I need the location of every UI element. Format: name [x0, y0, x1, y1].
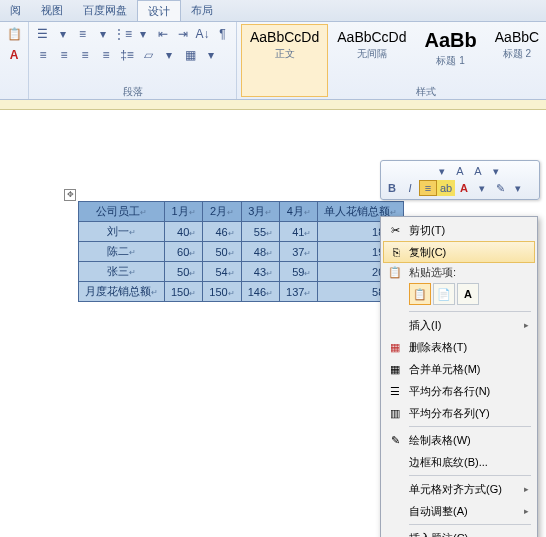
menu-cut[interactable]: ✂剪切(T) — [383, 219, 535, 241]
menu-label: 插入(I) — [409, 318, 441, 333]
mini-toolbar: ▾ A A ▾ B I ≡ ab A ▾ ✎ ▾ — [380, 160, 540, 200]
menu-label: 合并单元格(M) — [409, 362, 481, 377]
spreadsheet-table[interactable]: 公司员工↵1月↵2月↵3月↵4月↵单人花销总额↵刘一↵40↵46↵55↵41↵1… — [78, 201, 404, 302]
borders-icon[interactable]: ▦ — [180, 45, 200, 65]
menu-cell-align[interactable]: 单元格对齐方式(G)▸ — [383, 478, 535, 500]
table-cell[interactable]: 60↵ — [165, 242, 203, 262]
align-icon[interactable]: ≡ — [419, 180, 437, 196]
menu-label: 自动调整(A) — [409, 504, 468, 519]
menu-delete-table[interactable]: ▦删除表格(T) — [383, 336, 535, 358]
table-cell[interactable]: 46↵ — [203, 222, 241, 242]
chevron-right-icon: ▸ — [524, 484, 529, 494]
italic-icon[interactable]: I — [401, 180, 419, 196]
menu-draw-table[interactable]: ✎绘制表格(W) — [383, 429, 535, 451]
table-cell[interactable]: 41↵ — [280, 222, 318, 242]
table-cell[interactable]: 张三↵ — [79, 262, 165, 282]
highlight-icon[interactable]: ab — [437, 180, 455, 196]
dd[interactable]: ▾ — [487, 163, 505, 179]
line-spacing-icon[interactable]: ‡≡ — [117, 45, 137, 65]
grow-font-icon[interactable]: A — [451, 163, 469, 179]
align-center-icon[interactable]: ≡ — [54, 45, 74, 65]
font-color-icon[interactable]: A — [455, 180, 473, 196]
tab-view[interactable]: 视图 — [31, 0, 73, 21]
dd[interactable]: ▾ — [509, 180, 527, 196]
table-cell[interactable]: 150↵ — [203, 282, 241, 302]
table-cell[interactable]: 50↵ — [165, 262, 203, 282]
table-header[interactable]: 2月↵ — [203, 202, 241, 222]
paste-keep-format[interactable]: 📋 — [409, 283, 431, 305]
align-left-icon[interactable]: ≡ — [33, 45, 53, 65]
menu-autofit[interactable]: 自动调整(A)▸ — [383, 500, 535, 522]
table-header[interactable]: 公司员工↵ — [79, 202, 165, 222]
menu-separator — [409, 311, 531, 312]
dd[interactable]: ▾ — [53, 24, 72, 44]
dd[interactable]: ▾ — [201, 45, 221, 65]
table-cell[interactable]: 146↵ — [241, 282, 279, 302]
table-cell[interactable]: 40↵ — [165, 222, 203, 242]
paste-options-label: 📋粘贴选项: — [383, 263, 535, 281]
font-size-dd[interactable]: ▾ — [433, 163, 451, 179]
menu-label: 插入题注(C)... — [409, 531, 477, 538]
table-header[interactable]: 1月↵ — [165, 202, 203, 222]
menu-insert-caption[interactable]: ▭插入题注(C)... — [383, 527, 535, 537]
menu-insert[interactable]: 插入(I)▸ — [383, 314, 535, 336]
table-cell[interactable]: 59↵ — [280, 262, 318, 282]
tab-review[interactable]: 阅 — [0, 0, 31, 21]
bullets-icon[interactable]: ☰ — [33, 24, 52, 44]
table-cell[interactable]: 月度花销总额↵ — [79, 282, 165, 302]
table-header[interactable]: 4月↵ — [280, 202, 318, 222]
justify-icon[interactable]: ≡ — [96, 45, 116, 65]
tab-design[interactable]: 设计 — [137, 0, 181, 21]
font-color-icon[interactable]: A — [4, 45, 24, 65]
menu-dist-cols[interactable]: ▥平均分布各列(Y) — [383, 402, 535, 424]
table-cell[interactable]: 48↵ — [241, 242, 279, 262]
style-sample: AaBbCcDd — [337, 29, 406, 45]
table-cell[interactable]: 137↵ — [280, 282, 318, 302]
menu-dist-rows[interactable]: ☰平均分布各行(N) — [383, 380, 535, 402]
paste-text-only[interactable]: A — [457, 283, 479, 305]
table-cell[interactable]: 50↵ — [203, 242, 241, 262]
style-name: 正文 — [250, 47, 319, 61]
scissors-icon: ✂ — [387, 222, 403, 238]
dd[interactable]: ▾ — [159, 45, 179, 65]
bold-icon[interactable]: B — [383, 180, 401, 196]
table-cell[interactable]: 55↵ — [241, 222, 279, 242]
dd[interactable]: ▾ — [93, 24, 112, 44]
numbering-icon[interactable]: ≡ — [73, 24, 92, 44]
table-cell[interactable]: 37↵ — [280, 242, 318, 262]
table-move-handle[interactable]: ✥ — [64, 189, 76, 201]
table-cell[interactable]: 43↵ — [241, 262, 279, 282]
outdent-icon[interactable]: ⇤ — [153, 24, 172, 44]
shrink-font-icon[interactable]: A — [469, 163, 487, 179]
dd[interactable]: ▾ — [133, 24, 152, 44]
table-header[interactable]: 3月↵ — [241, 202, 279, 222]
paste-icon[interactable]: 📋 — [4, 24, 24, 44]
indent-icon[interactable]: ⇥ — [173, 24, 192, 44]
multilevel-icon[interactable]: ⋮≡ — [113, 24, 132, 44]
tab-layout[interactable]: 布局 — [181, 0, 223, 21]
table-cell[interactable]: 150↵ — [165, 282, 203, 302]
sort-icon[interactable]: A↓ — [193, 24, 212, 44]
table-cell[interactable]: 陈二↵ — [79, 242, 165, 262]
table-cell[interactable]: 54↵ — [203, 262, 241, 282]
font-family-dd[interactable] — [383, 163, 433, 179]
paste-merge[interactable]: 📄 — [433, 283, 455, 305]
menu-borders[interactable]: 边框和底纹(B)... — [383, 451, 535, 473]
dd[interactable]: ▾ — [473, 180, 491, 196]
shading-icon[interactable]: ▱ — [138, 45, 158, 65]
styles-label: 样式 — [237, 85, 546, 99]
showmarks-icon[interactable]: ¶ — [213, 24, 232, 44]
menu-label: 复制(C) — [409, 245, 446, 260]
menu-label: 删除表格(T) — [409, 340, 467, 355]
table-row: 陈二↵60↵50↵48↵37↵195↵ — [79, 242, 404, 262]
menu-copy[interactable]: ⎘复制(C) — [383, 241, 535, 263]
align-right-icon[interactable]: ≡ — [75, 45, 95, 65]
tab-baidu[interactable]: 百度网盘 — [73, 0, 137, 21]
menu-merge-cells[interactable]: ▦合并单元格(M) — [383, 358, 535, 380]
ribbon-tabs: 阅 视图 百度网盘 设计 布局 — [0, 0, 546, 22]
paragraph-label: 段落 — [29, 85, 236, 99]
menu-separator — [409, 426, 531, 427]
style-sample: AaBbCcDd — [250, 29, 319, 45]
table-cell[interactable]: 刘一↵ — [79, 222, 165, 242]
format-painter-icon[interactable]: ✎ — [491, 180, 509, 196]
